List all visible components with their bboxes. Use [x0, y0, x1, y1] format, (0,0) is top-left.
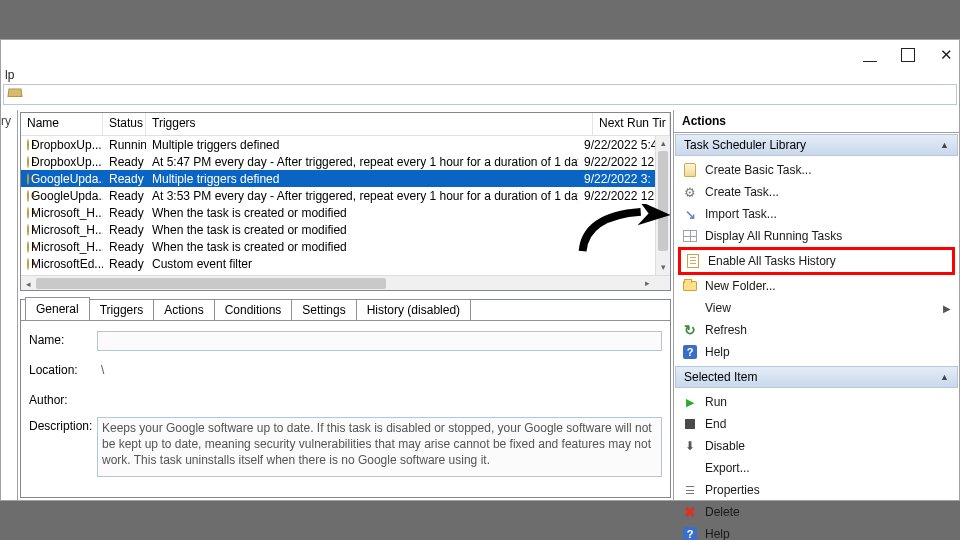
actions-section-selected[interactable]: Selected Item ▲ [675, 366, 958, 388]
task-name: Microsoft_H... [31, 223, 103, 237]
task-list: Name Status Triggers Next Run Tir Dropbo… [20, 112, 671, 291]
task-row[interactable]: Microsoft_H...ReadyWhen the task is crea… [21, 238, 655, 255]
action-refresh[interactable]: Refresh [678, 319, 955, 341]
action-new-folder[interactable]: New Folder... [678, 275, 955, 297]
action-enable-all-tasks-history[interactable]: Enable All Tasks History [678, 247, 955, 275]
tab-settings[interactable]: Settings [291, 299, 356, 320]
task-list-header: Name Status Triggers Next Run Tir [21, 113, 670, 136]
col-header-name[interactable]: Name [21, 113, 103, 135]
vertical-scrollbar[interactable]: ▴ ▾ [655, 136, 670, 275]
action-run[interactable]: Run [678, 391, 955, 413]
folder-icon [683, 281, 697, 291]
col-header-triggers[interactable]: Triggers [146, 113, 593, 135]
task-next-run: 9/22/2022 3: [578, 172, 655, 186]
actions-pane-title: Actions [674, 110, 959, 133]
task-row[interactable]: DropboxUp...ReadyAt 5:47 PM every day - … [21, 153, 655, 170]
tab-actions[interactable]: Actions [153, 299, 214, 320]
task-triggers: Multiple triggers defined [146, 138, 578, 152]
task-row[interactable]: MicrosoftEd...ReadyCustom event filter [21, 255, 655, 272]
action-help-2[interactable]: Help [678, 523, 955, 540]
chevron-right-icon: ▶ [943, 303, 951, 314]
task-triggers: Custom event filter [146, 257, 578, 271]
action-display-running-tasks[interactable]: Display All Running Tasks [678, 225, 955, 247]
clock-icon [27, 241, 29, 253]
task-name: Microsoft_H... [31, 240, 103, 254]
gear-icon [682, 184, 698, 200]
task-triggers: At 3:53 PM every day - After triggered, … [146, 189, 578, 203]
close-icon[interactable]: ✕ [939, 48, 953, 62]
col-header-next-run[interactable]: Next Run Tir [593, 113, 670, 135]
refresh-icon [682, 322, 698, 338]
task-row[interactable]: GoogleUpda...ReadyAt 3:53 PM every day -… [21, 187, 655, 204]
task-triggers: At 5:47 PM every day - After triggered, … [146, 155, 578, 169]
field-description: Keeps your Google software up to date. I… [97, 417, 662, 477]
action-create-basic-task[interactable]: Create Basic Task... [678, 159, 955, 181]
task-status: Ready [103, 155, 146, 169]
clock-icon [27, 156, 29, 168]
action-properties[interactable]: Properties [678, 479, 955, 501]
task-status: Running [103, 138, 146, 152]
task-status: Ready [103, 257, 146, 271]
disable-icon [682, 438, 698, 454]
clock-icon [27, 173, 29, 185]
task-status: Ready [103, 206, 146, 220]
tab-history[interactable]: History (disabled) [356, 299, 471, 320]
col-header-status[interactable]: Status [103, 113, 146, 135]
action-help[interactable]: Help [678, 341, 955, 363]
label-location: Location: [29, 361, 97, 381]
task-status: Ready [103, 189, 146, 203]
action-export[interactable]: Export... [678, 457, 955, 479]
label-description: Description: [29, 417, 97, 477]
clock-icon [27, 190, 29, 202]
play-icon [682, 394, 698, 410]
help-icon [683, 527, 697, 540]
task-next-run: 9/22/2022 5:4 [578, 138, 655, 152]
clock-icon [27, 139, 29, 151]
task-triggers: When the task is created or modified [146, 206, 578, 220]
scroll-icon [684, 163, 696, 177]
action-view[interactable]: View ▶ [678, 297, 955, 319]
task-next-run: 9/22/2022 12 [578, 155, 655, 169]
grid-icon [683, 230, 697, 242]
document-icon [687, 254, 699, 268]
clock-icon [27, 207, 29, 219]
task-name: Microsoft_H... [31, 206, 103, 220]
menu-help[interactable]: lp [5, 68, 14, 82]
tab-general[interactable]: General [25, 297, 90, 320]
maximize-icon[interactable] [901, 48, 915, 62]
action-disable[interactable]: Disable [678, 435, 955, 457]
help-icon [683, 345, 697, 359]
label-name: Name: [29, 331, 97, 351]
properties-icon [682, 482, 698, 498]
tab-conditions[interactable]: Conditions [214, 299, 293, 320]
task-triggers: When the task is created or modified [146, 223, 578, 237]
task-name: DropboxUp... [31, 138, 102, 152]
tab-triggers[interactable]: Triggers [89, 299, 155, 320]
minimize-icon[interactable] [863, 48, 877, 62]
task-name: GoogleUpda... [31, 189, 103, 203]
task-name: MicrosoftEd... [31, 257, 103, 271]
action-delete[interactable]: Delete [678, 501, 955, 523]
clock-icon [27, 258, 29, 270]
import-icon [682, 206, 698, 222]
task-row[interactable]: Microsoft_H...ReadyWhen the task is crea… [21, 221, 655, 238]
stop-icon [685, 419, 695, 429]
task-name: DropboxUp... [31, 155, 102, 169]
tree-pane[interactable]: ry [1, 110, 18, 500]
task-triggers: Multiple triggers defined [146, 172, 578, 186]
chevron-up-icon: ▲ [940, 372, 949, 382]
action-end[interactable]: End [678, 413, 955, 435]
task-name: GoogleUpda... [31, 172, 103, 186]
field-name [97, 331, 662, 351]
field-location: \ [97, 361, 662, 381]
task-status: Ready [103, 172, 146, 186]
actions-section-library[interactable]: Task Scheduler Library ▲ [675, 134, 958, 156]
horizontal-scrollbar[interactable]: ◂ ▸ [21, 275, 670, 290]
address-bar[interactable] [3, 84, 957, 105]
task-row[interactable]: GoogleUpda...ReadyMultiple triggers defi… [21, 170, 655, 187]
action-import-task[interactable]: Import Task... [678, 203, 955, 225]
task-row[interactable]: DropboxUp...RunningMultiple triggers def… [21, 136, 655, 153]
task-details: General Triggers Actions Conditions Sett… [20, 299, 671, 498]
action-create-task[interactable]: Create Task... [678, 181, 955, 203]
task-row[interactable]: Microsoft_H...ReadyWhen the task is crea… [21, 204, 655, 221]
